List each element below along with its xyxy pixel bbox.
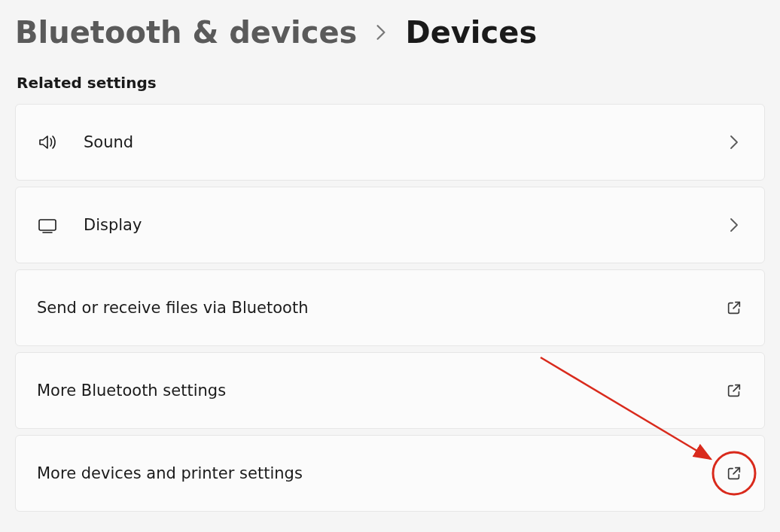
external-link-icon — [725, 464, 743, 482]
settings-item-label: Send or receive files via Bluetooth — [37, 299, 725, 317]
settings-item-bluetooth-files[interactable]: Send or receive files via Bluetooth — [15, 269, 765, 346]
chevron-right-icon — [725, 216, 743, 234]
sound-icon — [37, 132, 58, 153]
settings-item-label: Sound — [84, 133, 725, 151]
settings-item-label: More devices and printer settings — [37, 464, 725, 482]
breadcrumb-parent[interactable]: Bluetooth & devices — [15, 15, 357, 50]
external-link-icon — [725, 382, 743, 400]
settings-item-label: Display — [84, 216, 725, 234]
settings-item-sound[interactable]: Sound — [15, 104, 765, 181]
settings-item-more-devices-printers[interactable]: More devices and printer settings — [15, 435, 765, 512]
svg-rect-0 — [39, 220, 56, 230]
chevron-right-icon — [375, 24, 387, 41]
chevron-right-icon — [725, 133, 743, 151]
settings-list: Sound Display — [15, 104, 765, 512]
breadcrumb-current: Devices — [405, 15, 537, 50]
settings-item-more-bluetooth[interactable]: More Bluetooth settings — [15, 352, 765, 429]
section-heading-related-settings: Related settings — [15, 74, 765, 92]
settings-item-label: More Bluetooth settings — [37, 382, 725, 400]
settings-item-display[interactable]: Display — [15, 187, 765, 263]
breadcrumb: Bluetooth & devices Devices — [15, 15, 765, 50]
display-icon — [37, 214, 58, 236]
external-link-icon — [725, 299, 743, 317]
